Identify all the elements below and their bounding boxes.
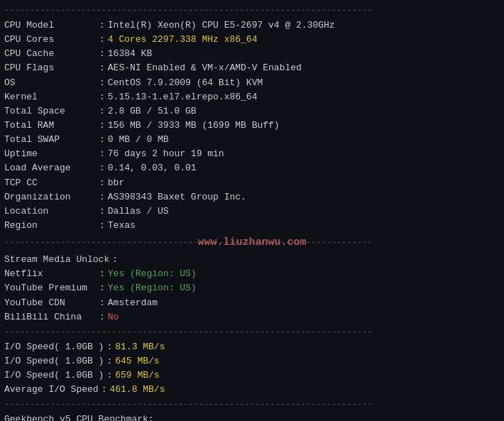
media-header-label: Stream Media Unlock [4, 253, 109, 267]
media-label: YouTube Premium [4, 281, 97, 295]
system-row: CPU Model : Intel(R) Xeon(R) CPU E5-2697… [4, 18, 500, 33]
geekbench-section: Geekbench v5 CPU Benchmark: Single Core … [4, 412, 500, 421]
system-value: 4 Cores 2297.338 MHz x86_64 [108, 33, 258, 47]
geekbench-header-label: Geekbench v5 CPU Benchmark: [4, 412, 154, 421]
system-value: bbr [108, 176, 124, 190]
media-row: YouTube CDN : Amsterdam [4, 296, 500, 310]
system-label: Total Space [4, 104, 97, 119]
io-section: I/O Speed( 1.0GB ) : 81.3 MB/s I/O Speed… [4, 340, 500, 398]
media-value: Amsterdam [108, 296, 158, 310]
system-label: CPU Flags [4, 61, 97, 75]
media-label: Netflix [4, 267, 97, 281]
system-value: 0 MB / 0 MB [108, 133, 169, 147]
system-value: Texas [108, 219, 136, 233]
system-label: Load Average [4, 161, 97, 175]
system-row: Region : Texas [4, 219, 500, 233]
media-row: Netflix : Yes (Region: US) [4, 267, 500, 281]
system-label: OS [4, 76, 97, 90]
system-label: Region [4, 219, 97, 233]
system-row: CPU Flags : AES-NI Enabled & VM-x/AMD-V … [4, 61, 500, 75]
system-value: 156 MB / 3933 MB (1699 MB Buff) [108, 119, 280, 133]
system-label: Uptime [4, 147, 97, 161]
system-row: TCP CC : bbr [4, 176, 500, 190]
io-row: I/O Speed( 1.0GB ) : 645 MB/s [4, 354, 500, 368]
system-row: Load Average : 0.14, 0.03, 0.01 [4, 161, 500, 175]
io-value: 659 MB/s [115, 368, 159, 383]
system-value: 0.14, 0.03, 0.01 [108, 161, 197, 175]
system-row: Location : Dallas / US [4, 204, 500, 219]
system-label: CPU Cores [4, 33, 97, 47]
system-row: Total Space : 2.8 GB / 51.0 GB [4, 104, 500, 119]
system-label: TCP CC [4, 176, 97, 190]
media-value: No [108, 310, 119, 324]
system-value: Intel(R) Xeon(R) CPU E5-2697 v4 @ 2.30GH… [108, 18, 335, 33]
system-row: Total SWAP : 0 MB / 0 MB [4, 133, 500, 147]
io-row: Average I/O Speed : 461.8 MB/s [4, 383, 500, 397]
system-label: Organization [4, 190, 97, 204]
io-value: 461.8 MB/s [109, 383, 165, 397]
system-row: Organization : AS398343 Baxet Group Inc. [4, 190, 500, 204]
system-label: Location [4, 204, 97, 219]
system-row: Kernel : 5.15.13-1.el7.elrepo.x86_64 [4, 90, 500, 104]
system-row: Uptime : 76 days 2 hour 19 min [4, 147, 500, 161]
system-row: CPU Cores : 4 Cores 2297.338 MHz x86_64 [4, 33, 500, 47]
system-label: Total RAM [4, 119, 97, 133]
media-row: BiliBili China : No [4, 310, 500, 324]
top-divider: ----------------------------------------… [4, 6, 500, 16]
geekbench-header-row: Geekbench v5 CPU Benchmark: [4, 412, 500, 421]
io-value: 645 MB/s [115, 354, 159, 368]
io-label: I/O Speed( 1.0GB ) [4, 354, 104, 368]
system-value: 5.15.13-1.el7.elrepo.x86_64 [108, 90, 258, 104]
media-header-row: Stream Media Unlock : [4, 253, 500, 267]
media-value: Yes (Region: US) [108, 267, 197, 281]
io-label: Average I/O Speed [4, 383, 99, 397]
system-label: Kernel [4, 90, 97, 104]
divider-3: ----------------------------------------… [4, 400, 500, 410]
system-label: CPU Cache [4, 47, 97, 61]
system-row: CPU Cache : 16384 KB [4, 47, 500, 61]
terminal-container: ----------------------------------------… [4, 6, 500, 421]
system-section: CPU Model : Intel(R) Xeon(R) CPU E5-2697… [4, 18, 500, 233]
system-value: AES-NI Enabled & VM-x/AMD-V Enabled [108, 61, 302, 75]
system-row: OS : CentOS 7.9.2009 (64 Bit) KVM [4, 76, 500, 90]
system-label: Total SWAP [4, 133, 97, 147]
system-value: CentOS 7.9.2009 (64 Bit) KVM [108, 76, 263, 90]
system-label: CPU Model [4, 18, 97, 33]
system-value: 2.8 GB / 51.0 GB [108, 104, 197, 119]
media-value: Yes (Region: US) [108, 281, 197, 295]
system-value: Dallas / US [108, 204, 169, 219]
io-row: I/O Speed( 1.0GB ) : 659 MB/s [4, 368, 500, 383]
io-row: I/O Speed( 1.0GB ) : 81.3 MB/s [4, 340, 500, 354]
system-value: AS398343 Baxet Group Inc. [108, 190, 246, 204]
system-value: 16384 KB [108, 47, 152, 61]
system-row: Total RAM : 156 MB / 3933 MB (1699 MB Bu… [4, 119, 500, 133]
media-label: BiliBili China [4, 310, 97, 324]
media-row: YouTube Premium : Yes (Region: US) [4, 281, 500, 295]
io-label: I/O Speed( 1.0GB ) [4, 340, 104, 354]
media-section: Stream Media Unlock : Netflix : Yes (Reg… [4, 253, 500, 324]
io-label: I/O Speed( 1.0GB ) [4, 368, 104, 383]
divider-with-watermark: ----------------------------------------… [4, 236, 500, 250]
system-value: 76 days 2 hour 19 min [108, 147, 224, 161]
divider-2: ----------------------------------------… [4, 327, 500, 337]
media-label: YouTube CDN [4, 296, 97, 310]
io-value: 81.3 MB/s [115, 340, 165, 354]
divider-text: ----------------------------------------… [4, 238, 372, 248]
